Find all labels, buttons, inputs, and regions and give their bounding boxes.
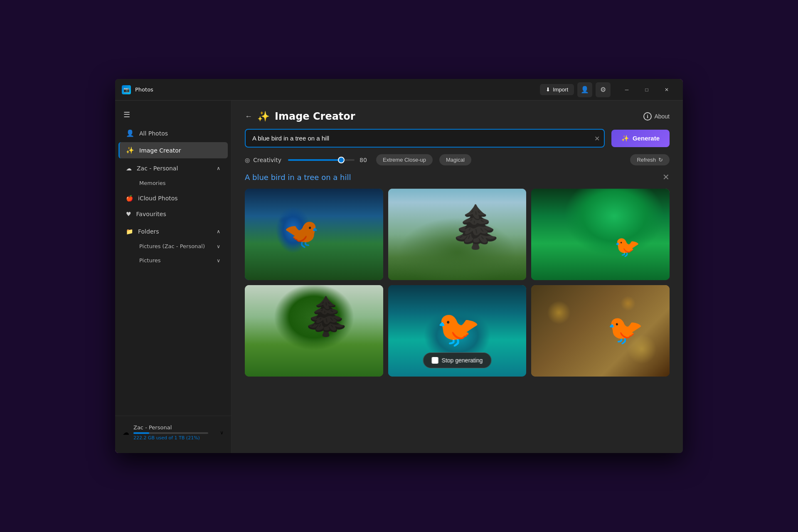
all-photos-icon: 👤 xyxy=(126,129,134,137)
maximize-button[interactable]: □ xyxy=(637,82,656,97)
storage-details: Zac - Personal 222.2 GB used of 1 TB (21… xyxy=(133,424,208,441)
results-title: A blue bird in a tree on a hill xyxy=(245,173,351,182)
folders-chevron-icon: ∧ xyxy=(217,229,220,234)
image-card-4[interactable] xyxy=(245,285,383,377)
image-card-3[interactable] xyxy=(531,189,670,280)
sidebar-zac-personal-left: ☁ Zac - Personal xyxy=(126,165,178,172)
heart-icon: ♥ xyxy=(126,211,131,217)
sidebar-folders-header[interactable]: 📁 Folders ∧ xyxy=(118,224,228,239)
slider-fill xyxy=(288,159,341,161)
close-button[interactable]: ✕ xyxy=(657,82,676,97)
refresh-icon: ↻ xyxy=(658,157,663,163)
app-icon: 📷 xyxy=(122,85,131,94)
storage-cloud-icon: ☁ xyxy=(123,429,129,436)
generated-image-3 xyxy=(531,189,670,280)
storage-info[interactable]: ☁ Zac - Personal 222.2 GB used of 1 TB (… xyxy=(118,421,228,444)
content-title: ← ✨ Image Creator xyxy=(245,111,355,122)
content-area: ← ✨ Image Creator ℹ About ✕ ✨ Generate xyxy=(232,101,683,453)
creativity-slider[interactable] xyxy=(288,159,355,161)
sidebar: ☰ 👤 All Photos ✨ Image Creator ☁ Zac - P… xyxy=(115,101,232,453)
image-card-2[interactable] xyxy=(388,189,527,280)
refresh-button[interactable]: Refresh ↻ xyxy=(630,154,670,165)
generate-icon: ✨ xyxy=(621,135,629,142)
sidebar-section-zac: ☁ Zac - Personal ∧ Memories xyxy=(115,160,231,190)
folder-icon: 📁 xyxy=(126,228,133,235)
import-button[interactable]: ⬇ Import xyxy=(540,84,574,95)
import-icon: ⬇ xyxy=(546,86,550,93)
creativity-label: ◎ Creativity xyxy=(245,157,281,163)
generated-image-6 xyxy=(531,285,670,377)
storage-chevron-icon: ∨ xyxy=(220,430,224,436)
user-icon-button[interactable]: 👤 xyxy=(577,82,592,97)
results-header: A blue bird in a tree on a hill ✕ xyxy=(245,172,670,182)
sidebar-menu-button[interactable]: ☰ xyxy=(118,106,135,123)
generated-image-1 xyxy=(245,189,383,280)
creativity-icon: ◎ xyxy=(245,157,250,163)
close-results-button[interactable]: ✕ xyxy=(663,172,670,182)
generate-button[interactable]: ✨ Generate xyxy=(611,130,670,147)
title-icon: ✨ xyxy=(257,111,270,122)
sidebar-icloud-left: 🍎 iCloud Photos xyxy=(126,195,178,202)
controls-row: ◎ Creativity 80 Extreme Close-up Magical xyxy=(232,154,683,172)
sidebar-section-folders: 📁 Folders ∧ Pictures (Zac - Personal) ∨ … xyxy=(115,224,231,268)
search-input[interactable] xyxy=(245,129,605,148)
about-icon: ℹ xyxy=(643,112,652,121)
search-area: ✕ ✨ Generate xyxy=(232,129,683,154)
zac-chevron-icon: ∧ xyxy=(217,165,220,171)
sidebar-icloud-header[interactable]: 🍎 iCloud Photos xyxy=(118,191,228,206)
window-controls: ─ □ ✕ xyxy=(617,82,676,97)
content-header: ← ✨ Image Creator ℹ About xyxy=(232,101,683,129)
search-input-wrapper: ✕ xyxy=(245,129,605,148)
sidebar-favourites-header[interactable]: ♥ Favourites xyxy=(118,207,228,222)
storage-bar-container xyxy=(133,432,208,434)
sidebar-pictures-zac-item[interactable]: Pictures (Zac - Personal) ∨ xyxy=(118,239,228,253)
image-grid: Stop generating xyxy=(245,189,670,377)
sidebar-footer: ☁ Zac - Personal 222.2 GB used of 1 TB (… xyxy=(115,416,231,449)
sidebar-folders-left: 📁 Folders xyxy=(126,228,159,235)
sidebar-pictures-item[interactable]: Pictures ∨ xyxy=(118,254,228,267)
pictures-chevron-icon: ∨ xyxy=(217,258,220,264)
image-card-5[interactable]: Stop generating xyxy=(388,285,527,377)
image-creator-icon: ✨ xyxy=(126,146,134,154)
storage-left: ☁ Zac - Personal 222.2 GB used of 1 TB (… xyxy=(123,424,208,441)
title-bar-right: ⬇ Import 👤 ⚙ ─ □ ✕ xyxy=(540,82,676,97)
title-bar: 📷 Photos ⬇ Import 👤 ⚙ ─ □ ✕ xyxy=(115,79,683,101)
tag-extreme-close-up[interactable]: Extreme Close-up xyxy=(376,154,433,165)
stop-generating-button[interactable]: Stop generating xyxy=(423,352,492,368)
sidebar-favourites-left: ♥ Favourites xyxy=(126,211,166,217)
sidebar-memories-item[interactable]: Memories xyxy=(118,176,228,190)
main-area: ☰ 👤 All Photos ✨ Image Creator ☁ Zac - P… xyxy=(115,101,683,453)
zac-cloud-icon: ☁ xyxy=(126,165,132,172)
slider-container: 80 xyxy=(288,157,369,163)
stop-icon xyxy=(432,357,438,364)
search-clear-button[interactable]: ✕ xyxy=(594,134,600,142)
storage-bar xyxy=(133,432,149,434)
back-button[interactable]: ← xyxy=(245,112,252,121)
title-bar-left: 📷 Photos xyxy=(122,85,540,94)
settings-button[interactable]: ⚙ xyxy=(596,82,611,97)
tag-magical[interactable]: Magical xyxy=(439,154,471,165)
slider-thumb xyxy=(338,157,345,163)
sidebar-item-all-photos[interactable]: 👤 All Photos xyxy=(118,125,228,141)
icloud-icon: 🍎 xyxy=(126,195,133,202)
pictures-zac-chevron-icon: ∨ xyxy=(217,244,220,249)
generated-image-4 xyxy=(245,285,383,377)
image-card-1[interactable] xyxy=(245,189,383,280)
about-button[interactable]: ℹ About xyxy=(643,112,670,121)
sidebar-item-image-creator[interactable]: ✨ Image Creator xyxy=(118,142,228,158)
minimize-button[interactable]: ─ xyxy=(617,82,636,97)
results-area: A blue bird in a tree on a hill ✕ xyxy=(232,172,683,453)
generated-image-2 xyxy=(388,189,527,280)
slider-value: 80 xyxy=(360,157,369,163)
image-card-6[interactable] xyxy=(531,285,670,377)
sidebar-zac-personal-header[interactable]: ☁ Zac - Personal ∧ xyxy=(118,161,228,176)
app-window: 📷 Photos ⬇ Import 👤 ⚙ ─ □ ✕ ☰ 👤 All Phot… xyxy=(115,79,683,453)
app-title: Photos xyxy=(135,86,153,93)
